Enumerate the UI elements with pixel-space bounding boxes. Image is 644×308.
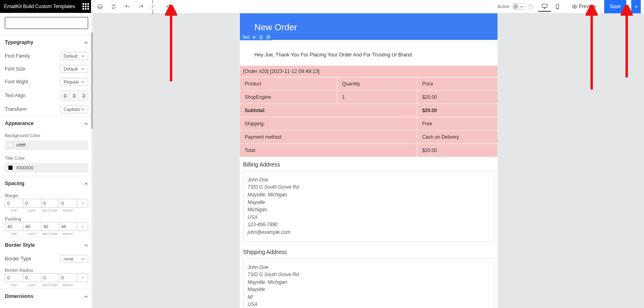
margin-top-input[interactable] [5,199,23,208]
text-align-group [61,91,88,100]
topbar: [ / ] Active No ? Preview Save [93,0,644,13]
padding-link-button[interactable] [77,222,88,231]
add-icon[interactable] [252,35,256,40]
refresh-icon[interactable] [110,3,117,10]
section-spacing[interactable]: Spacing [0,176,93,191]
align-center-button[interactable] [70,91,79,100]
preview-button[interactable]: Preview [569,2,599,11]
order-table: ProductQuantityPrice ShopEngine1$20.00 S… [240,77,497,157]
font-weight-select[interactable]: Regular [60,78,88,86]
table-row: Subtotal:$20.00 [240,104,497,117]
email-header-block[interactable]: New Order Text [240,13,497,40]
radius-left-input[interactable] [23,273,41,282]
align-left-button[interactable] [61,91,70,100]
shipping-address: John Doe73/D G South Grove RdMayville, M… [243,258,494,308]
billing-title: Billing Address [240,157,497,171]
padding-right-input[interactable] [59,222,77,231]
wordpress-icon[interactable] [97,3,103,10]
color-swatch-icon [8,165,13,170]
desktop-view-button[interactable] [538,1,551,12]
title-color-input[interactable]: #000000 [5,163,88,173]
section-border[interactable]: Border Style [0,238,93,252]
chevron-up-icon [84,294,88,298]
app-title: EmailKit Build Custom Templates [4,4,75,9]
title-color-label: Title Color [0,153,93,161]
table-row: Total:$20.00 [240,144,497,157]
apps-grid-icon[interactable] [83,3,89,10]
redo-icon[interactable] [138,3,144,10]
order-meta: [Order #20] [2023-11-12 09:49:13] [240,65,497,77]
chevron-up-icon [84,121,88,125]
chevron-up-icon [84,181,88,185]
color-swatch-icon [8,143,13,148]
svg-rect-1 [542,4,547,7]
margin-right-input[interactable] [59,199,77,208]
send-icon[interactable] [165,3,171,10]
transform-select[interactable]: Capitaliz [60,105,88,113]
table-header-row: ProductQuantityPrice [240,77,497,90]
delete-icon[interactable] [259,35,263,40]
shipping-title: Shipping Address [240,245,497,258]
svg-point-3 [557,8,557,8]
svg-point-4 [574,6,575,7]
section-appearance[interactable]: Appearance [0,116,93,131]
email-heading: New Order [254,22,483,33]
padding-left-input[interactable] [23,222,41,231]
email-canvas[interactable]: New Order Text Hey Joe, Thank You For Pl… [240,13,497,308]
bg-color-label: Background Color [0,131,93,139]
section-dimensions[interactable]: Dimensions [0,289,93,304]
table-row: Payment method:Cash on Delivery [240,131,497,144]
font-size-select[interactable]: Default [60,65,88,73]
element-type-label: Text [242,35,250,40]
undo-icon[interactable] [124,3,130,10]
active-label: Active [497,4,510,9]
margin-bottom-input[interactable] [41,199,59,208]
element-toolbar: Text [240,34,272,40]
table-row: Shipping:Free [240,117,497,130]
radius-link-button[interactable] [77,273,88,282]
radius-bottom-input[interactable] [41,273,59,282]
padding-bottom-input[interactable] [41,222,59,231]
margin-label: Margin [0,191,93,199]
save-dropdown-button[interactable] [631,0,641,13]
shortcode-icon[interactable]: [ / ] [151,3,158,10]
padding-label: Padding [0,214,93,222]
element-preview-box [5,17,88,29]
copy-icon[interactable] [266,35,270,40]
section-typography[interactable]: Typography [0,35,93,50]
billing-address: John Doe73/D G South Grove RdMayville, M… [243,171,494,241]
mobile-view-button[interactable] [551,1,564,12]
app-header: EmailKit Build Custom Templates [0,0,93,13]
padding-top-input[interactable] [5,222,23,231]
radius-right-input[interactable] [59,273,77,282]
align-right-button[interactable] [79,91,88,100]
radius-top-input[interactable] [5,273,23,282]
active-toggle[interactable]: No [512,3,526,10]
chevron-up-icon [84,40,88,44]
border-type-select[interactable]: none [60,255,88,263]
border-radius-label: Border Radius [0,265,93,273]
save-button[interactable]: Save [604,0,626,13]
bg-color-input[interactable]: #ffffff [5,140,88,150]
eye-icon [572,4,577,9]
font-family-select[interactable]: Default [60,52,88,60]
email-body-text[interactable]: Hey Joe, Thank You For Placing Your Orde… [240,40,497,65]
svg-rect-5 [267,36,269,39]
chevron-up-icon [84,243,88,247]
table-row: ShopEngine1$20.00 [240,91,497,104]
margin-left-input[interactable] [23,199,41,208]
margin-link-button[interactable] [77,199,88,208]
help-icon[interactable]: ? [528,4,533,9]
